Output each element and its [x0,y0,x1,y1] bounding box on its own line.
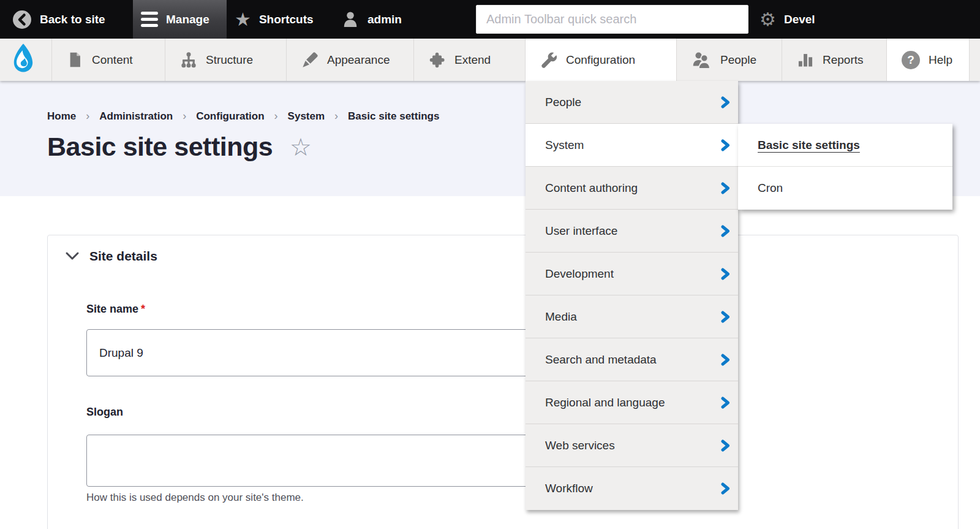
help-icon: ? [902,51,920,69]
tab-label: People [720,53,756,67]
page-title: Basic site settings [47,132,273,162]
user-menu[interactable]: admin [341,0,402,39]
chevron-right-icon [721,311,730,323]
tab-label: Structure [206,53,253,67]
admin-quick-search-input[interactable] [476,5,748,34]
breadcrumb-configuration[interactable]: Configuration [196,110,264,123]
required-marker: * [141,303,145,315]
breadcrumb-administration[interactable]: Administration [99,110,173,123]
tab-content[interactable]: Content [52,39,165,81]
tab-structure[interactable]: Structure [165,39,287,81]
chevron-right-icon [721,268,730,280]
menu-item-people[interactable]: People [526,81,738,124]
back-arrow-icon [12,10,32,29]
configuration-dropdown-menu: People System Content authoring User int… [526,81,738,510]
people-icon [692,51,712,69]
favorite-star-icon[interactable]: ☆ [290,135,312,159]
section-title: Site details [89,249,157,264]
breadcrumb-separator: › [334,110,338,123]
menu-item-system[interactable]: System [526,124,738,167]
breadcrumb-separator: › [86,110,89,123]
username-label: admin [368,13,402,26]
puzzle-icon [429,51,446,69]
star-icon: ★ [235,10,251,29]
sitemap-icon [180,51,197,69]
drupal-logo[interactable] [0,39,52,81]
chevron-right-icon [721,96,730,108]
menu-item-development[interactable]: Development [526,253,738,295]
system-submenu: Basic site settings Cron [738,124,952,210]
submenu-item-cron[interactable]: Cron [738,167,952,210]
submenu-item-basic-site-settings[interactable]: Basic site settings [738,124,952,167]
menu-item-content-authoring[interactable]: Content authoring [526,167,738,210]
site-details-panel: Site details Site name* Slogan How this … [47,235,959,529]
breadcrumb-system[interactable]: System [288,110,325,123]
slogan-label: Slogan [86,406,123,419]
devel-menu[interactable]: ⚙ Devel [760,0,815,39]
tab-label: Help [929,53,952,67]
site-details-section-toggle[interactable]: Site details [65,249,157,264]
manage-label: Manage [166,13,209,26]
shortcuts-button[interactable]: ★ Shortcuts [235,0,314,39]
devel-label: Devel [784,13,815,26]
tab-label: Appearance [327,53,390,67]
site-name-label: Site name* [86,303,145,316]
tab-label: Extend [454,53,491,67]
chevron-right-icon [721,440,730,452]
chevron-right-icon [721,182,730,194]
bar-chart-icon [797,51,814,69]
manage-tab[interactable]: Manage [133,0,227,39]
back-to-site-label: Back to site [40,13,105,26]
chevron-down-icon [65,251,80,261]
file-icon [67,51,83,68]
chevron-right-icon [721,397,730,409]
menu-item-user-interface[interactable]: User interface [526,210,738,253]
breadcrumb: Home › Administration › Configuration › … [47,110,439,123]
chevron-right-icon [721,139,730,151]
menu-item-regional-and-language[interactable]: Regional and language [526,381,738,424]
user-icon [341,10,360,29]
breadcrumb-current: Basic site settings [348,110,439,123]
drupal-droplet-icon [8,43,39,77]
back-to-site-button[interactable]: Back to site [12,0,105,39]
paintbrush-icon [301,51,318,69]
chevron-right-icon [721,354,730,366]
tab-label: Content [92,53,133,67]
slogan-help-text: How this is used depends on your site's … [86,492,304,504]
chevron-right-icon [721,482,730,495]
menu-item-workflow[interactable]: Workflow [526,467,738,510]
tab-label: Reports [823,53,864,67]
hamburger-icon [141,12,158,27]
tab-appearance[interactable]: Appearance [287,39,414,81]
tab-label: Configuration [566,53,635,67]
wrench-icon [540,51,557,69]
tab-help[interactable]: ? Help [887,39,970,81]
admin-toolbar: Back to site Manage ★ Shortcuts admin ⚙ … [0,0,980,39]
gear-icon: ⚙ [760,10,776,29]
tab-reports[interactable]: Reports [782,39,887,81]
breadcrumb-home[interactable]: Home [47,110,76,123]
breadcrumb-separator: › [274,110,278,123]
tab-configuration[interactable]: Configuration [526,39,677,81]
menu-item-search-and-metadata[interactable]: Search and metadata [526,338,738,381]
breadcrumb-separator: › [183,110,186,123]
menu-item-web-services[interactable]: Web services [526,424,738,467]
shortcuts-label: Shortcuts [259,13,314,26]
tab-people[interactable]: People [677,39,782,81]
admin-menu-toolbar: Content Structure Appearance Extend Conf… [0,39,980,81]
tab-extend[interactable]: Extend [414,39,526,81]
menu-item-media[interactable]: Media [526,295,738,338]
chevron-right-icon [721,225,730,237]
